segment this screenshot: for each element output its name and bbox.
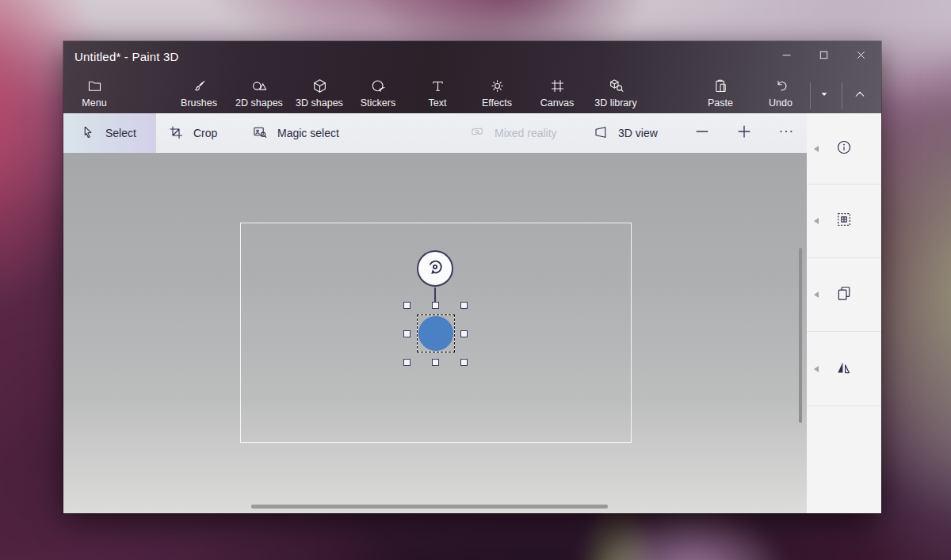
- titlebar[interactable]: Untitled* - Paint 3D: [63, 41, 881, 71]
- resize-handle-ne[interactable]: [460, 302, 468, 309]
- undo-arrow-icon: [750, 78, 812, 95]
- magic-select-label: Magic select: [277, 127, 339, 139]
- more-ellipsis-icon: [777, 123, 795, 143]
- sidebar-panel-info[interactable]: [807, 113, 881, 185]
- more-options-button[interactable]: [770, 113, 802, 153]
- right-sidebar: [807, 113, 881, 513]
- toolbar-separator: [810, 82, 811, 109]
- window-header: Untitled* - Paint 3D Menu Brushes: [63, 41, 881, 113]
- marquee-grid-icon: [835, 211, 853, 231]
- sticker-icon: [347, 78, 409, 95]
- info-icon: [835, 139, 853, 159]
- text-button[interactable]: Text: [407, 78, 468, 109]
- 3d-view-button[interactable]: 3D view: [593, 113, 658, 153]
- magic-select-icon: [252, 124, 268, 143]
- work-area: [63, 153, 807, 513]
- resize-handle-se[interactable]: [460, 359, 468, 366]
- caret-down-icon: [817, 90, 831, 104]
- undo-history-dropdown[interactable]: [817, 87, 831, 105]
- close-button[interactable]: [842, 41, 880, 71]
- sidebar-panel-selection-options[interactable]: [807, 185, 881, 258]
- stickers-button[interactable]: Stickers: [347, 78, 409, 109]
- resize-handle-w[interactable]: [403, 330, 411, 337]
- expand-left-arrow-icon[interactable]: [814, 146, 819, 152]
- crop-icon: [168, 124, 184, 143]
- maximize-icon: [817, 48, 831, 65]
- select-tool-button[interactable]: Select: [63, 113, 156, 153]
- rotate-icon: [423, 255, 447, 282]
- 2d-shapes-icon: [228, 78, 290, 95]
- screen: { "window": { "title": "Untitled* - Pain…: [0, 0, 951, 560]
- 3d-view-icon: [593, 124, 609, 143]
- chevron-up-icon: [853, 90, 867, 104]
- collapse-ribbon-button[interactable]: [853, 87, 867, 105]
- flip-mirror-icon: [835, 359, 853, 379]
- toolbar-separator: [842, 82, 842, 109]
- rotate-handle[interactable]: [417, 250, 453, 287]
- text-icon: [407, 78, 468, 95]
- paint3d-window: Untitled* - Paint 3D Menu Brushes: [63, 41, 881, 513]
- copy-pages-icon: [835, 284, 853, 305]
- crop-tool-label: Crop: [193, 127, 217, 139]
- paste-clipboard-icon: [689, 78, 751, 95]
- window-controls: [768, 41, 880, 71]
- close-icon: [854, 48, 868, 65]
- menu-button[interactable]: Menu: [63, 78, 125, 109]
- mixed-reality-button[interactable]: Mixed reality: [469, 113, 557, 153]
- undo-button[interactable]: Undo: [750, 78, 812, 109]
- minimize-button[interactable]: [768, 41, 805, 71]
- zoom-in-icon: [735, 123, 753, 143]
- minimize-icon: [780, 48, 793, 65]
- zoom-out-button[interactable]: [686, 113, 718, 153]
- select-cursor-icon: [80, 124, 96, 143]
- magic-select-button[interactable]: Magic select: [252, 113, 339, 153]
- expand-left-arrow-icon[interactable]: [814, 291, 819, 298]
- zoom-in-button[interactable]: [728, 113, 760, 153]
- zoom-out-icon: [693, 123, 711, 143]
- mixed-reality-label: Mixed reality: [495, 127, 557, 139]
- horizontal-scrollbar[interactable]: [251, 505, 608, 509]
- 2d-shapes-button[interactable]: 2D shapes: [228, 78, 290, 109]
- sidebar-empty-area: [807, 406, 881, 513]
- 3d-view-label: 3D view: [618, 127, 658, 139]
- brush-icon: [168, 78, 230, 95]
- resize-handle-n[interactable]: [432, 302, 439, 309]
- effects-sun-icon: [466, 78, 528, 95]
- 3d-shapes-button[interactable]: 3D shapes: [288, 78, 350, 109]
- canvas-frame-icon: [526, 78, 588, 95]
- resize-handle-nw[interactable]: [403, 302, 411, 309]
- 3d-library-icon: [585, 78, 647, 95]
- effects-button[interactable]: Effects: [466, 78, 528, 109]
- expand-left-arrow-icon[interactable]: [814, 218, 819, 224]
- select-tool-label: Select: [105, 127, 136, 139]
- window-title: Untitled* - Paint 3D: [74, 50, 179, 63]
- vertical-scrollbar[interactable]: [799, 248, 802, 423]
- resize-handle-e[interactable]: [460, 330, 468, 337]
- paste-button[interactable]: Paste: [689, 78, 751, 109]
- selected-circle-shape[interactable]: [418, 316, 453, 351]
- sidebar-panel-flip[interactable]: [807, 332, 881, 406]
- menu-folder-icon: [63, 78, 125, 95]
- select-ribbon: Select Crop Magic select Mixed reality 3…: [63, 113, 807, 153]
- maximize-button[interactable]: [805, 41, 842, 71]
- brushes-button[interactable]: Brushes: [168, 78, 230, 109]
- crop-tool-button[interactable]: Crop: [168, 113, 217, 153]
- mixed-reality-icon: [469, 124, 485, 143]
- 3d-library-button[interactable]: 3D library: [585, 78, 647, 109]
- canvas-button[interactable]: Canvas: [526, 78, 588, 109]
- resize-handle-sw[interactable]: [403, 359, 411, 366]
- resize-handle-s[interactable]: [432, 359, 439, 366]
- 3d-cube-icon: [288, 78, 350, 95]
- sidebar-panel-copy[interactable]: [807, 258, 881, 332]
- expand-left-arrow-icon[interactable]: [814, 366, 819, 372]
